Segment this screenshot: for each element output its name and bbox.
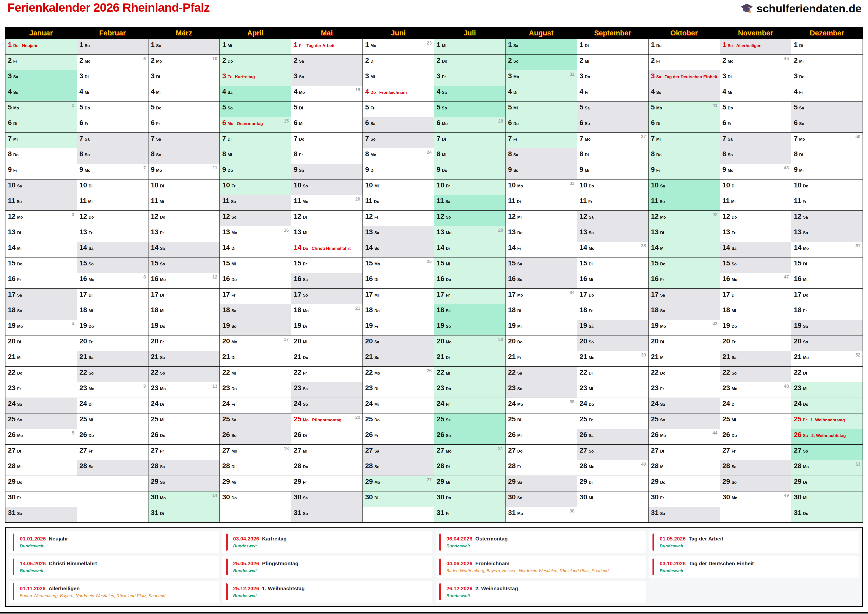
day-cell: 21Di (434, 351, 505, 367)
day-cell: 13Fr (77, 226, 148, 242)
day-number: 20 (8, 337, 16, 345)
day-number: 24 (437, 399, 444, 407)
weekday-abbr: Di (732, 402, 736, 407)
day-number: 9 (508, 166, 512, 173)
weekday-abbr: So (156, 44, 161, 48)
week-number: 12 (212, 275, 217, 280)
day-number: 13 (651, 228, 659, 236)
day-cell: 2Fr (648, 54, 720, 70)
weekday-abbr: Mo (446, 340, 451, 344)
legend-holiday-date: 01.01.2026 (20, 536, 46, 541)
day-number: 12 (8, 213, 16, 220)
day-number: 6 (580, 119, 583, 126)
day-number: 13 (722, 228, 730, 236)
weekday-abbr: Do (374, 199, 379, 204)
week-number: 8 (143, 275, 146, 280)
weekday-abbr: Di (660, 449, 664, 453)
legend-item: 25.05.2026PfingstmontagBundesweit (222, 556, 432, 578)
day-number: 26 (437, 431, 444, 438)
day-number: 27 (437, 446, 444, 454)
weekday-abbr: Mi (17, 246, 22, 250)
day-number: 27 (294, 446, 301, 454)
day-cell: 16Fr (5, 273, 77, 288)
weekday-abbr: Di (799, 153, 803, 157)
day-cell: 12Mi (505, 210, 577, 226)
weekday-abbr: Fr (588, 199, 592, 204)
day-cell: 30Sa (291, 491, 363, 507)
day-cell: 20Di (648, 335, 720, 351)
weekday-abbr: Di (660, 231, 664, 235)
weekday-abbr: Do (13, 44, 19, 48)
day-cell: 9Di (363, 164, 434, 179)
day-cell: 20Sa (363, 335, 434, 351)
weekday-abbr: Fr (803, 199, 807, 204)
weekday-abbr: Mi (660, 246, 665, 250)
weekday-abbr: Do (517, 340, 522, 344)
day-number: 15 (722, 259, 730, 267)
day-cell: 19So (434, 320, 505, 335)
weekday-abbr: Sa (446, 309, 451, 313)
weekday-abbr: Do (803, 293, 808, 297)
week-number: 26 (426, 368, 431, 373)
weekday-abbr: Fr (85, 121, 88, 126)
weekday-abbr: Do (303, 465, 308, 469)
day-cell: 25Mi (720, 413, 791, 429)
day-cell: 23Mo9 (77, 382, 148, 398)
day-cell: 11Sa (434, 195, 505, 210)
day-number: 7 (651, 134, 655, 142)
day-number: 26 (8, 431, 16, 438)
brand-link[interactable]: schulferiendaten.de (740, 2, 862, 16)
weekday-abbr: Fr (660, 387, 664, 391)
day-cell: 21Mo52 (791, 351, 863, 367)
day-cell: 6Mo28 (434, 117, 505, 132)
month-column-november: November1SoAllerheiligen2Mo453Di4Mi5Do6F… (720, 27, 791, 522)
weekday-abbr: Fr (517, 246, 521, 250)
day-cell: 1So (77, 39, 148, 54)
weekday-abbr: Mi (442, 44, 446, 48)
day-cell: 22Mi (434, 367, 505, 382)
day-number: 11 (365, 197, 373, 205)
weekday-abbr: Mo (370, 44, 376, 48)
weekday-abbr: So (513, 168, 518, 173)
day-cell: 24Do (791, 398, 863, 413)
weekday-abbr: Mi (446, 371, 450, 375)
day-cell: 28Fr (505, 460, 577, 476)
day-cell: 21Fr (505, 351, 577, 367)
day-cell: 26Mo5 (5, 429, 77, 445)
day-number: 23 (722, 384, 730, 392)
day-number: 29 (722, 477, 730, 485)
legend-accent-bar (226, 583, 228, 600)
day-number: 1 (222, 41, 226, 48)
weekday-abbr: Mi (799, 168, 804, 173)
empty-day-cell (720, 507, 791, 522)
day-number: 29 (151, 477, 159, 485)
day-cell: 25Di (505, 413, 577, 429)
day-number: 5 (437, 103, 441, 111)
weekday-abbr: Mo (660, 324, 666, 328)
day-number: 2 (580, 56, 583, 64)
weekday-abbr: Sa (299, 168, 304, 173)
day-cell: 14Sa (149, 242, 220, 257)
weekday-abbr: Mi (732, 309, 736, 313)
day-number: 8 (580, 150, 583, 158)
weekday-abbr: Mi (803, 387, 808, 391)
day-number: 3 (365, 72, 369, 80)
weekday-abbr: Fr (156, 121, 160, 126)
day-cell: 18Di (505, 304, 577, 320)
day-cell: 17Mo34 (505, 288, 577, 304)
weekday-abbr: Mo (732, 278, 737, 282)
day-cell: 5Sa (577, 101, 648, 117)
weekday-abbr: Di (160, 184, 164, 188)
day-cell: 29Sa (505, 476, 577, 491)
weekday-abbr: Sa (17, 184, 22, 188)
weekday-abbr: Fr (656, 168, 660, 173)
weekday-abbr: Di (299, 106, 303, 110)
day-number: 21 (151, 353, 159, 361)
weekday-abbr: Mi (660, 356, 665, 360)
weekday-abbr: Fr (446, 402, 450, 407)
day-cell: 11So (648, 195, 720, 210)
day-number: 13 (580, 228, 587, 236)
day-number: 3 (508, 72, 512, 80)
day-cell: 6Mi (291, 117, 363, 132)
day-cell: 24Di (149, 398, 220, 413)
